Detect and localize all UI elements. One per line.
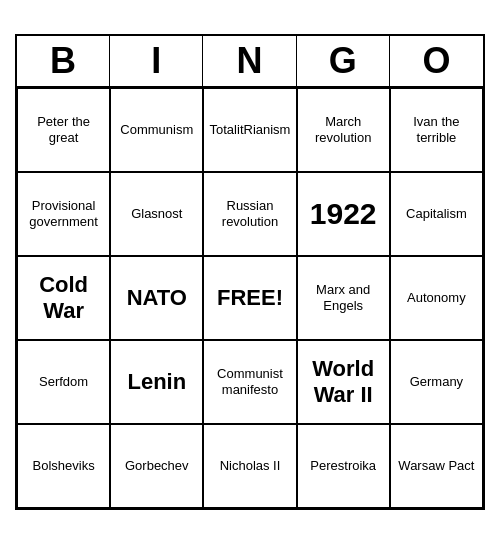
bingo-cell: Serfdom: [17, 340, 110, 424]
bingo-cell: Gorbechev: [110, 424, 203, 508]
bingo-cell: Perestroika: [297, 424, 390, 508]
bingo-cell: Autonomy: [390, 256, 483, 340]
bingo-cell: Ivan the terrible: [390, 88, 483, 172]
bingo-cell: 1922: [297, 172, 390, 256]
bingo-cell: Communism: [110, 88, 203, 172]
bingo-cell: World War II: [297, 340, 390, 424]
bingo-header: BINGO: [17, 36, 483, 88]
bingo-cell: Glasnost: [110, 172, 203, 256]
bingo-cell: Peter the great: [17, 88, 110, 172]
bingo-card: BINGO Peter the greatCommunismTotalitRia…: [15, 34, 485, 510]
bingo-cell: March revolution: [297, 88, 390, 172]
bingo-cell: TotalitRianism: [203, 88, 296, 172]
bingo-cell: Warsaw Pact: [390, 424, 483, 508]
bingo-letter: I: [110, 36, 203, 86]
bingo-cell: Russian revolution: [203, 172, 296, 256]
bingo-cell: Cold War: [17, 256, 110, 340]
bingo-letter: O: [390, 36, 483, 86]
bingo-cell: Lenin: [110, 340, 203, 424]
bingo-letter: N: [203, 36, 296, 86]
bingo-cell: FREE!: [203, 256, 296, 340]
bingo-grid: Peter the greatCommunismTotalitRianismMa…: [17, 88, 483, 508]
bingo-cell: Capitalism: [390, 172, 483, 256]
bingo-cell: Communist manifesto: [203, 340, 296, 424]
bingo-cell: Germany: [390, 340, 483, 424]
bingo-cell: Provisional government: [17, 172, 110, 256]
bingo-cell: NATO: [110, 256, 203, 340]
bingo-letter: G: [297, 36, 390, 86]
bingo-letter: B: [17, 36, 110, 86]
bingo-cell: Nicholas II: [203, 424, 296, 508]
bingo-cell: Bolsheviks: [17, 424, 110, 508]
bingo-cell: Marx and Engels: [297, 256, 390, 340]
